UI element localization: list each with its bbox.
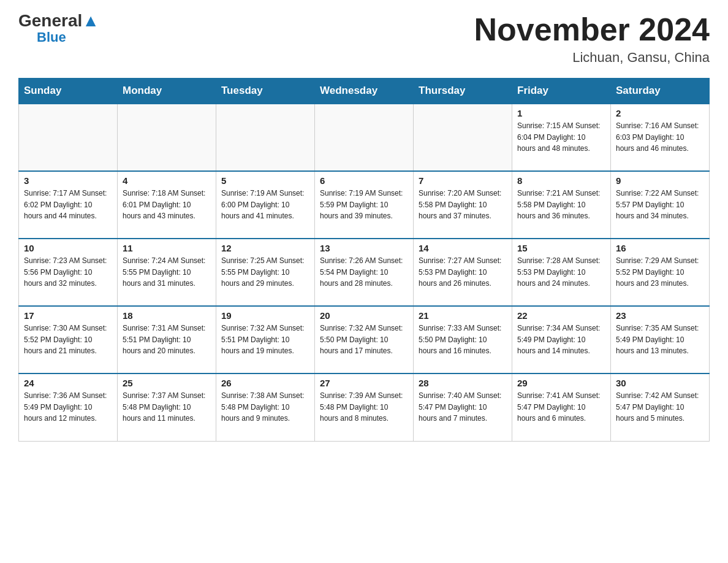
day-info: Sunrise: 7:40 AM Sunset: 5:47 PM Dayligh… <box>419 390 507 424</box>
calendar-cell: 1Sunrise: 7:15 AM Sunset: 6:04 PM Daylig… <box>512 104 611 171</box>
calendar-cell: 28Sunrise: 7:40 AM Sunset: 5:47 PM Dayli… <box>414 373 512 441</box>
calendar-cell: 10Sunrise: 7:23 AM Sunset: 5:56 PM Dayli… <box>19 239 118 306</box>
day-number: 17 <box>24 310 112 321</box>
calendar-cell: 30Sunrise: 7:42 AM Sunset: 5:47 PM Dayli… <box>611 373 710 441</box>
calendar-cell: 8Sunrise: 7:21 AM Sunset: 5:58 PM Daylig… <box>512 171 611 239</box>
col-header-tuesday: Tuesday <box>216 79 315 104</box>
day-number: 19 <box>221 310 309 321</box>
col-header-monday: Monday <box>118 79 216 104</box>
logo: General▲ Blue <box>18 12 99 45</box>
calendar-cell: 3Sunrise: 7:17 AM Sunset: 6:02 PM Daylig… <box>19 171 118 239</box>
day-number: 11 <box>123 243 211 253</box>
day-number: 13 <box>320 243 408 253</box>
day-number: 2 <box>616 108 704 118</box>
calendar-cell: 29Sunrise: 7:41 AM Sunset: 5:47 PM Dayli… <box>512 373 611 441</box>
calendar-cell: 22Sunrise: 7:34 AM Sunset: 5:49 PM Dayli… <box>512 306 611 373</box>
calendar-cell: 23Sunrise: 7:35 AM Sunset: 5:49 PM Dayli… <box>611 306 710 373</box>
calendar-cell: 6Sunrise: 7:19 AM Sunset: 5:59 PM Daylig… <box>315 171 414 239</box>
day-info: Sunrise: 7:24 AM Sunset: 5:55 PM Dayligh… <box>123 255 211 289</box>
page-header: General▲ Blue November 2024 Lichuan, Gan… <box>18 12 710 66</box>
day-info: Sunrise: 7:36 AM Sunset: 5:49 PM Dayligh… <box>24 390 112 424</box>
calendar-cell: 11Sunrise: 7:24 AM Sunset: 5:55 PM Dayli… <box>118 239 216 306</box>
calendar-cell <box>118 104 216 171</box>
calendar-cell: 9Sunrise: 7:22 AM Sunset: 5:57 PM Daylig… <box>611 171 710 239</box>
col-header-friday: Friday <box>512 79 611 104</box>
calendar-cell: 20Sunrise: 7:32 AM Sunset: 5:50 PM Dayli… <box>315 306 414 373</box>
day-number: 16 <box>616 243 704 253</box>
day-info: Sunrise: 7:26 AM Sunset: 5:54 PM Dayligh… <box>320 255 408 289</box>
day-number: 30 <box>616 378 704 388</box>
day-info: Sunrise: 7:19 AM Sunset: 5:59 PM Dayligh… <box>320 188 408 222</box>
calendar-week-row: 24Sunrise: 7:36 AM Sunset: 5:49 PM Dayli… <box>19 373 710 441</box>
day-number: 27 <box>320 378 408 388</box>
day-number: 25 <box>123 378 211 388</box>
calendar-subtitle: Lichuan, Gansu, China <box>474 50 710 66</box>
day-number: 22 <box>517 310 605 321</box>
day-number: 9 <box>616 175 704 186</box>
col-header-sunday: Sunday <box>19 79 118 104</box>
calendar-week-row: 1Sunrise: 7:15 AM Sunset: 6:04 PM Daylig… <box>19 104 710 171</box>
day-info: Sunrise: 7:25 AM Sunset: 5:55 PM Dayligh… <box>221 255 309 289</box>
calendar-cell: 4Sunrise: 7:18 AM Sunset: 6:01 PM Daylig… <box>118 171 216 239</box>
calendar-cell: 5Sunrise: 7:19 AM Sunset: 6:00 PM Daylig… <box>216 171 315 239</box>
calendar-cell: 25Sunrise: 7:37 AM Sunset: 5:48 PM Dayli… <box>118 373 216 441</box>
col-header-wednesday: Wednesday <box>315 79 414 104</box>
day-info: Sunrise: 7:19 AM Sunset: 6:00 PM Dayligh… <box>221 188 309 222</box>
calendar-cell <box>414 104 512 171</box>
day-number: 14 <box>419 243 507 253</box>
day-number: 4 <box>123 175 211 186</box>
logo-general-text: General▲ <box>18 12 99 29</box>
day-info: Sunrise: 7:35 AM Sunset: 5:49 PM Dayligh… <box>616 323 704 357</box>
calendar-cell <box>216 104 315 171</box>
day-info: Sunrise: 7:29 AM Sunset: 5:52 PM Dayligh… <box>616 255 704 289</box>
day-info: Sunrise: 7:30 AM Sunset: 5:52 PM Dayligh… <box>24 323 112 357</box>
day-info: Sunrise: 7:17 AM Sunset: 6:02 PM Dayligh… <box>24 188 112 222</box>
calendar-header-row: SundayMondayTuesdayWednesdayThursdayFrid… <box>19 79 710 104</box>
calendar-week-row: 10Sunrise: 7:23 AM Sunset: 5:56 PM Dayli… <box>19 239 710 306</box>
calendar-cell: 13Sunrise: 7:26 AM Sunset: 5:54 PM Dayli… <box>315 239 414 306</box>
day-info: Sunrise: 7:18 AM Sunset: 6:01 PM Dayligh… <box>123 188 211 222</box>
day-number: 6 <box>320 175 408 186</box>
day-info: Sunrise: 7:20 AM Sunset: 5:58 PM Dayligh… <box>419 188 507 222</box>
day-number: 20 <box>320 310 408 321</box>
calendar-cell: 14Sunrise: 7:27 AM Sunset: 5:53 PM Dayli… <box>414 239 512 306</box>
day-number: 24 <box>24 378 112 388</box>
day-info: Sunrise: 7:32 AM Sunset: 5:51 PM Dayligh… <box>221 323 309 357</box>
col-header-thursday: Thursday <box>414 79 512 104</box>
calendar-cell: 7Sunrise: 7:20 AM Sunset: 5:58 PM Daylig… <box>414 171 512 239</box>
calendar-cell: 17Sunrise: 7:30 AM Sunset: 5:52 PM Dayli… <box>19 306 118 373</box>
day-info: Sunrise: 7:31 AM Sunset: 5:51 PM Dayligh… <box>123 323 211 357</box>
calendar-cell <box>315 104 414 171</box>
day-info: Sunrise: 7:23 AM Sunset: 5:56 PM Dayligh… <box>24 255 112 289</box>
day-info: Sunrise: 7:21 AM Sunset: 5:58 PM Dayligh… <box>517 188 605 222</box>
calendar-table: SundayMondayTuesdayWednesdayThursdayFrid… <box>18 78 710 442</box>
title-block: November 2024 Lichuan, Gansu, China <box>474 12 710 66</box>
calendar-cell <box>19 104 118 171</box>
day-number: 29 <box>517 378 605 388</box>
calendar-title: November 2024 <box>474 12 710 47</box>
day-info: Sunrise: 7:37 AM Sunset: 5:48 PM Dayligh… <box>123 390 211 424</box>
day-info: Sunrise: 7:16 AM Sunset: 6:03 PM Dayligh… <box>616 120 704 155</box>
day-number: 1 <box>517 108 605 118</box>
day-info: Sunrise: 7:22 AM Sunset: 5:57 PM Dayligh… <box>616 188 704 222</box>
calendar-cell: 27Sunrise: 7:39 AM Sunset: 5:48 PM Dayli… <box>315 373 414 441</box>
calendar-cell: 15Sunrise: 7:28 AM Sunset: 5:53 PM Dayli… <box>512 239 611 306</box>
logo-blue-text: Blue <box>37 29 66 45</box>
calendar-cell: 21Sunrise: 7:33 AM Sunset: 5:50 PM Dayli… <box>414 306 512 373</box>
day-info: Sunrise: 7:42 AM Sunset: 5:47 PM Dayligh… <box>616 390 704 424</box>
calendar-cell: 26Sunrise: 7:38 AM Sunset: 5:48 PM Dayli… <box>216 373 315 441</box>
day-info: Sunrise: 7:15 AM Sunset: 6:04 PM Dayligh… <box>517 120 605 155</box>
calendar-week-row: 17Sunrise: 7:30 AM Sunset: 5:52 PM Dayli… <box>19 306 710 373</box>
day-number: 18 <box>123 310 211 321</box>
day-number: 28 <box>419 378 507 388</box>
calendar-cell: 2Sunrise: 7:16 AM Sunset: 6:03 PM Daylig… <box>611 104 710 171</box>
col-header-saturday: Saturday <box>611 79 710 104</box>
calendar-cell: 24Sunrise: 7:36 AM Sunset: 5:49 PM Dayli… <box>19 373 118 441</box>
day-info: Sunrise: 7:38 AM Sunset: 5:48 PM Dayligh… <box>221 390 309 424</box>
day-info: Sunrise: 7:41 AM Sunset: 5:47 PM Dayligh… <box>517 390 605 424</box>
day-info: Sunrise: 7:33 AM Sunset: 5:50 PM Dayligh… <box>419 323 507 357</box>
day-info: Sunrise: 7:28 AM Sunset: 5:53 PM Dayligh… <box>517 255 605 289</box>
calendar-cell: 18Sunrise: 7:31 AM Sunset: 5:51 PM Dayli… <box>118 306 216 373</box>
calendar-week-row: 3Sunrise: 7:17 AM Sunset: 6:02 PM Daylig… <box>19 171 710 239</box>
day-number: 8 <box>517 175 605 186</box>
